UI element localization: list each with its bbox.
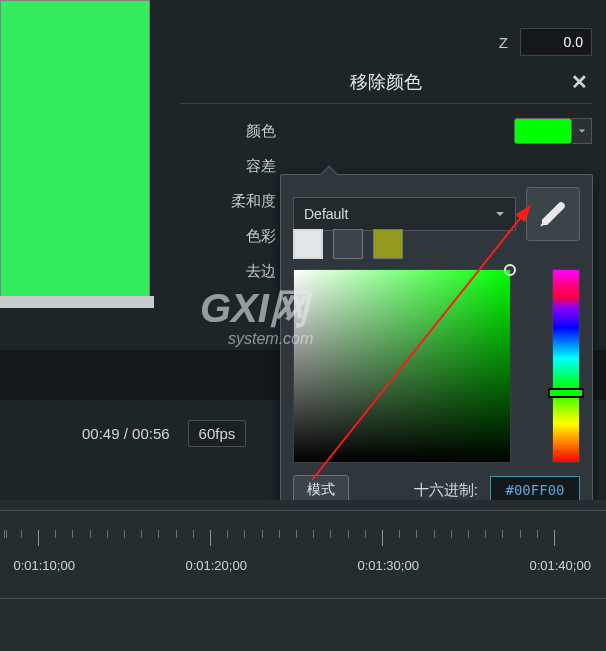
eyedropper-button[interactable] xyxy=(526,187,580,241)
total-time: 00:56 xyxy=(132,425,170,442)
close-icon[interactable]: ✕ xyxy=(571,70,588,94)
minor-tick xyxy=(348,530,349,538)
param-defringe-label: 去边 xyxy=(210,262,276,281)
z-transform-field: Z xyxy=(499,28,592,56)
effect-panel-header: 移除颜色 ✕ xyxy=(180,60,592,104)
minor-tick xyxy=(468,530,469,538)
video-preview[interactable] xyxy=(0,0,150,305)
preset-select[interactable]: Default xyxy=(293,197,516,231)
preset-select-label: Default xyxy=(304,206,348,222)
minor-tick xyxy=(90,530,91,538)
minor-tick xyxy=(262,530,263,538)
minor-tick xyxy=(434,530,435,538)
z-value-input[interactable] xyxy=(520,28,592,56)
tick-label: 0:01:20;00 xyxy=(185,558,246,573)
minor-tick xyxy=(21,530,22,538)
minor-tick xyxy=(279,530,280,538)
eyedropper-icon xyxy=(538,199,568,229)
tick-label: 0:01:10;00 xyxy=(13,558,74,573)
major-tick xyxy=(210,530,211,546)
param-saturation-label: 色彩 xyxy=(210,227,276,246)
minor-tick xyxy=(55,530,56,538)
preview-bottom-bar xyxy=(0,296,154,308)
chevron-down-icon xyxy=(578,127,586,135)
major-tick xyxy=(554,530,555,546)
chevron-down-icon xyxy=(495,209,505,219)
minor-tick xyxy=(107,530,108,538)
minor-tick xyxy=(502,530,503,538)
timeline[interactable]: 0:01:10;00 0:01:20;00 0:01:30;00 0:01:40… xyxy=(0,500,606,651)
track-divider xyxy=(0,598,606,599)
hue-slider[interactable] xyxy=(552,269,580,463)
minor-tick xyxy=(451,530,452,538)
param-tolerance-label: 容差 xyxy=(210,157,276,176)
current-time: 00:49 xyxy=(82,425,120,442)
z-label: Z xyxy=(499,34,508,51)
minor-tick xyxy=(176,530,177,538)
minor-tick xyxy=(520,530,521,538)
popup-arrow xyxy=(321,166,338,183)
param-color-label: 颜色 xyxy=(210,122,276,141)
minor-tick xyxy=(193,530,194,538)
color-dropdown-button[interactable] xyxy=(572,118,592,144)
minor-tick xyxy=(124,530,125,538)
sv-handle[interactable] xyxy=(504,264,516,276)
panel-title: 移除颜色 xyxy=(350,70,422,94)
minor-tick xyxy=(296,530,297,538)
time-display: 00:49 / 00:56 xyxy=(82,425,170,442)
param-labels: 颜色 容差 柔和度 色彩 去边 xyxy=(210,122,276,281)
hue-handle[interactable] xyxy=(548,388,584,398)
hex-label: 十六进制: xyxy=(361,481,478,500)
minor-tick xyxy=(4,530,5,538)
minor-tick xyxy=(6,530,7,538)
minor-tick xyxy=(365,530,366,538)
color-control xyxy=(514,118,592,144)
minor-tick xyxy=(485,530,486,538)
minor-tick xyxy=(141,530,142,538)
swatch-1[interactable] xyxy=(293,229,323,259)
swatch-2[interactable] xyxy=(333,229,363,259)
minor-tick xyxy=(244,530,245,538)
color-swatch-button[interactable] xyxy=(514,118,572,144)
minor-tick xyxy=(158,530,159,538)
swatch-row xyxy=(293,229,403,259)
color-picker-popup: Default 模式 十六进制: xyxy=(280,174,593,518)
minor-tick xyxy=(227,530,228,538)
minor-tick xyxy=(416,530,417,538)
tick-label: 0:01:40;00 xyxy=(529,558,590,573)
param-softness-label: 柔和度 xyxy=(210,192,276,211)
minor-tick xyxy=(399,530,400,538)
major-tick xyxy=(38,530,39,546)
saturation-value-area[interactable] xyxy=(293,269,511,463)
timeline-rule xyxy=(0,510,606,511)
major-tick xyxy=(382,530,383,546)
fps-display[interactable]: 60fps xyxy=(188,420,247,447)
swatch-3[interactable] xyxy=(373,229,403,259)
minor-tick xyxy=(330,530,331,538)
minor-tick xyxy=(313,530,314,538)
playback-bar: 00:49 / 00:56 60fps xyxy=(82,420,246,447)
minor-tick xyxy=(537,530,538,538)
minor-tick xyxy=(72,530,73,538)
tick-label: 0:01:30;00 xyxy=(357,558,418,573)
